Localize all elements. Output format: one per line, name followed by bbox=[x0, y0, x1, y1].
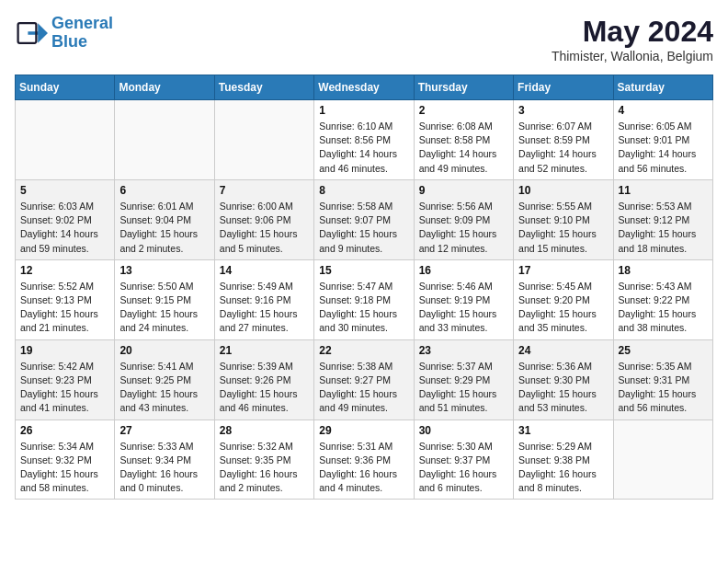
calendar-cell: 25Sunrise: 5:35 AM Sunset: 9:31 PM Dayli… bbox=[613, 339, 712, 419]
day-info: Sunrise: 5:29 AM Sunset: 9:38 PM Dayligh… bbox=[518, 440, 608, 496]
calendar-cell: 24Sunrise: 5:36 AM Sunset: 9:30 PM Dayli… bbox=[514, 339, 613, 419]
day-number: 30 bbox=[419, 424, 508, 437]
calendar-cell: 3Sunrise: 6:07 AM Sunset: 8:59 PM Daylig… bbox=[514, 100, 613, 180]
calendar-cell: 14Sunrise: 5:49 AM Sunset: 9:16 PM Dayli… bbox=[214, 259, 313, 339]
weekday-header-tuesday: Tuesday bbox=[214, 75, 313, 100]
calendar-cell: 29Sunrise: 5:31 AM Sunset: 9:36 PM Dayli… bbox=[314, 419, 414, 500]
day-number: 20 bbox=[119, 344, 209, 357]
day-info: Sunrise: 5:55 AM Sunset: 9:10 PM Dayligh… bbox=[518, 200, 608, 256]
day-number: 25 bbox=[619, 344, 708, 357]
day-number: 16 bbox=[419, 264, 508, 277]
day-number: 24 bbox=[518, 344, 608, 357]
day-number: 7 bbox=[220, 184, 309, 197]
calendar-table: SundayMondayTuesdayWednesdayThursdayFrid… bbox=[15, 75, 713, 500]
calendar-cell: 10Sunrise: 5:55 AM Sunset: 9:10 PM Dayli… bbox=[514, 179, 613, 259]
day-info: Sunrise: 5:49 AM Sunset: 9:16 PM Dayligh… bbox=[220, 280, 309, 336]
day-number: 5 bbox=[20, 184, 109, 197]
calendar-cell bbox=[16, 100, 115, 180]
day-number: 21 bbox=[220, 344, 309, 357]
day-number: 9 bbox=[419, 184, 508, 197]
svg-marker-0 bbox=[28, 23, 48, 43]
calendar-cell: 4Sunrise: 6:05 AM Sunset: 9:01 PM Daylig… bbox=[613, 100, 712, 180]
day-number: 13 bbox=[119, 264, 209, 277]
day-info: Sunrise: 5:36 AM Sunset: 9:30 PM Dayligh… bbox=[518, 360, 608, 416]
logo-blue: Blue bbox=[51, 32, 87, 51]
calendar-week-row: 26Sunrise: 5:34 AM Sunset: 9:32 PM Dayli… bbox=[16, 419, 713, 500]
calendar-cell: 26Sunrise: 5:34 AM Sunset: 9:32 PM Dayli… bbox=[16, 419, 115, 500]
day-number: 19 bbox=[20, 344, 109, 357]
calendar-cell: 20Sunrise: 5:41 AM Sunset: 9:25 PM Dayli… bbox=[115, 339, 214, 419]
day-info: Sunrise: 5:39 AM Sunset: 9:26 PM Dayligh… bbox=[220, 360, 309, 416]
day-number: 4 bbox=[619, 104, 708, 117]
day-info: Sunrise: 5:45 AM Sunset: 9:20 PM Dayligh… bbox=[518, 280, 608, 336]
day-info: Sunrise: 6:07 AM Sunset: 8:59 PM Dayligh… bbox=[518, 120, 608, 176]
day-info: Sunrise: 5:30 AM Sunset: 9:37 PM Dayligh… bbox=[419, 440, 508, 496]
day-number: 2 bbox=[419, 104, 508, 117]
month-year: May 2024 bbox=[552, 15, 713, 49]
day-info: Sunrise: 6:03 AM Sunset: 9:02 PM Dayligh… bbox=[20, 200, 109, 256]
day-number: 12 bbox=[20, 264, 109, 277]
day-info: Sunrise: 5:52 AM Sunset: 9:13 PM Dayligh… bbox=[20, 280, 109, 336]
calendar-cell: 5Sunrise: 6:03 AM Sunset: 9:02 PM Daylig… bbox=[16, 179, 115, 259]
calendar-cell bbox=[613, 419, 712, 500]
calendar-cell: 27Sunrise: 5:33 AM Sunset: 9:34 PM Dayli… bbox=[115, 419, 214, 500]
day-number: 11 bbox=[619, 184, 708, 197]
day-info: Sunrise: 5:42 AM Sunset: 9:23 PM Dayligh… bbox=[20, 360, 109, 416]
logo-general: General bbox=[51, 14, 113, 32]
day-number: 18 bbox=[619, 264, 708, 277]
calendar-week-row: 19Sunrise: 5:42 AM Sunset: 9:23 PM Dayli… bbox=[16, 339, 713, 419]
day-info: Sunrise: 5:50 AM Sunset: 9:15 PM Dayligh… bbox=[119, 280, 209, 336]
day-info: Sunrise: 6:10 AM Sunset: 8:56 PM Dayligh… bbox=[319, 120, 408, 176]
day-info: Sunrise: 6:08 AM Sunset: 8:58 PM Dayligh… bbox=[419, 120, 508, 176]
weekday-header-wednesday: Wednesday bbox=[314, 75, 414, 100]
calendar-cell: 17Sunrise: 5:45 AM Sunset: 9:20 PM Dayli… bbox=[514, 259, 613, 339]
day-number: 27 bbox=[119, 424, 209, 437]
calendar-cell: 7Sunrise: 6:00 AM Sunset: 9:06 PM Daylig… bbox=[214, 179, 313, 259]
day-info: Sunrise: 6:00 AM Sunset: 9:06 PM Dayligh… bbox=[220, 200, 309, 256]
calendar-cell: 12Sunrise: 5:52 AM Sunset: 9:13 PM Dayli… bbox=[16, 259, 115, 339]
day-info: Sunrise: 5:38 AM Sunset: 9:27 PM Dayligh… bbox=[319, 360, 408, 416]
day-info: Sunrise: 5:56 AM Sunset: 9:09 PM Dayligh… bbox=[419, 200, 508, 256]
calendar-week-row: 5Sunrise: 6:03 AM Sunset: 9:02 PM Daylig… bbox=[16, 179, 713, 259]
calendar-cell: 16Sunrise: 5:46 AM Sunset: 9:19 PM Dayli… bbox=[414, 259, 513, 339]
calendar-cell bbox=[214, 100, 313, 180]
day-info: Sunrise: 5:37 AM Sunset: 9:29 PM Dayligh… bbox=[419, 360, 508, 416]
weekday-header-saturday: Saturday bbox=[613, 75, 712, 100]
day-number: 31 bbox=[518, 424, 608, 437]
calendar-cell: 6Sunrise: 6:01 AM Sunset: 9:04 PM Daylig… bbox=[115, 179, 214, 259]
day-info: Sunrise: 5:41 AM Sunset: 9:25 PM Dayligh… bbox=[119, 360, 209, 416]
day-number: 3 bbox=[518, 104, 608, 117]
calendar-cell: 19Sunrise: 5:42 AM Sunset: 9:23 PM Dayli… bbox=[16, 339, 115, 419]
calendar-cell: 8Sunrise: 5:58 AM Sunset: 9:07 PM Daylig… bbox=[314, 179, 414, 259]
weekday-header-friday: Friday bbox=[514, 75, 613, 100]
day-info: Sunrise: 5:31 AM Sunset: 9:36 PM Dayligh… bbox=[319, 440, 408, 496]
weekday-header-thursday: Thursday bbox=[414, 75, 513, 100]
day-number: 6 bbox=[119, 184, 209, 197]
day-number: 22 bbox=[319, 344, 408, 357]
day-info: Sunrise: 5:33 AM Sunset: 9:34 PM Dayligh… bbox=[119, 440, 209, 496]
day-number: 28 bbox=[220, 424, 309, 437]
calendar-cell bbox=[115, 100, 214, 180]
title-block: May 2024 Thimister, Wallonia, Belgium bbox=[552, 15, 713, 63]
day-info: Sunrise: 5:53 AM Sunset: 9:12 PM Dayligh… bbox=[619, 200, 708, 256]
calendar-cell: 1Sunrise: 6:10 AM Sunset: 8:56 PM Daylig… bbox=[314, 100, 414, 180]
day-info: Sunrise: 5:35 AM Sunset: 9:31 PM Dayligh… bbox=[619, 360, 708, 416]
calendar-cell: 21Sunrise: 5:39 AM Sunset: 9:26 PM Dayli… bbox=[214, 339, 313, 419]
calendar-cell: 28Sunrise: 5:32 AM Sunset: 9:35 PM Dayli… bbox=[214, 419, 313, 500]
calendar-cell: 11Sunrise: 5:53 AM Sunset: 9:12 PM Dayli… bbox=[613, 179, 712, 259]
day-info: Sunrise: 5:43 AM Sunset: 9:22 PM Dayligh… bbox=[619, 280, 708, 336]
calendar-cell: 2Sunrise: 6:08 AM Sunset: 8:58 PM Daylig… bbox=[414, 100, 513, 180]
day-info: Sunrise: 5:47 AM Sunset: 9:18 PM Dayligh… bbox=[319, 280, 408, 336]
day-number: 29 bbox=[319, 424, 408, 437]
calendar-cell: 13Sunrise: 5:50 AM Sunset: 9:15 PM Dayli… bbox=[115, 259, 214, 339]
day-info: Sunrise: 6:01 AM Sunset: 9:04 PM Dayligh… bbox=[119, 200, 209, 256]
weekday-header-monday: Monday bbox=[115, 75, 214, 100]
calendar-cell: 30Sunrise: 5:30 AM Sunset: 9:37 PM Dayli… bbox=[414, 419, 513, 500]
calendar-week-row: 12Sunrise: 5:52 AM Sunset: 9:13 PM Dayli… bbox=[16, 259, 713, 339]
logo-icon bbox=[15, 17, 48, 50]
logo: General Blue bbox=[15, 15, 113, 52]
day-number: 15 bbox=[319, 264, 408, 277]
calendar-cell: 23Sunrise: 5:37 AM Sunset: 9:29 PM Dayli… bbox=[414, 339, 513, 419]
day-info: Sunrise: 6:05 AM Sunset: 9:01 PM Dayligh… bbox=[619, 120, 708, 176]
calendar-week-row: 1Sunrise: 6:10 AM Sunset: 8:56 PM Daylig… bbox=[16, 100, 713, 180]
